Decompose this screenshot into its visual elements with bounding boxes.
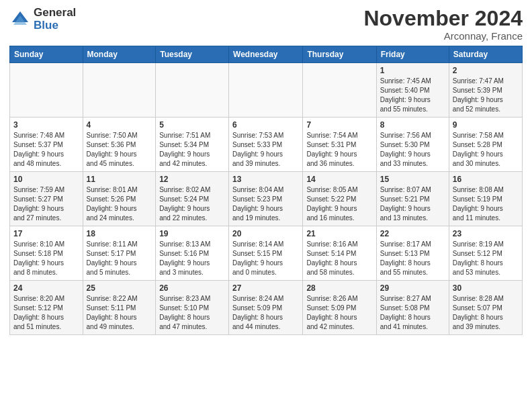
day-number: 17 bbox=[13, 229, 79, 238]
day-number: 9 bbox=[453, 120, 519, 130]
day-info: Sunrise: 8:17 AMSunset: 5:13 PMDaylight:… bbox=[380, 240, 445, 277]
day-info: Sunrise: 7:59 AMSunset: 5:27 PMDaylight:… bbox=[13, 185, 79, 223]
logo-icon bbox=[9, 9, 31, 30]
day-cell: 17Sunrise: 8:10 AMSunset: 5:18 PMDayligh… bbox=[10, 226, 83, 281]
day-info: Sunrise: 7:47 AMSunset: 5:39 PMDaylight:… bbox=[453, 77, 519, 114]
day-cell bbox=[83, 63, 156, 118]
day-number: 29 bbox=[380, 283, 445, 293]
day-number: 24 bbox=[13, 283, 79, 293]
day-cell: 20Sunrise: 8:14 AMSunset: 5:15 PMDayligh… bbox=[229, 226, 303, 281]
day-cell: 30Sunrise: 8:28 AMSunset: 5:07 PMDayligh… bbox=[449, 281, 522, 335]
day-cell: 26Sunrise: 8:23 AMSunset: 5:10 PMDayligh… bbox=[156, 281, 229, 335]
week-row-3: 10Sunrise: 7:59 AMSunset: 5:27 PMDayligh… bbox=[10, 172, 523, 226]
day-info: Sunrise: 7:56 AMSunset: 5:30 PMDaylight:… bbox=[380, 131, 445, 169]
day-cell: 16Sunrise: 8:08 AMSunset: 5:19 PMDayligh… bbox=[449, 172, 522, 226]
day-number: 8 bbox=[380, 120, 445, 130]
day-info: Sunrise: 7:48 AMSunset: 5:37 PMDaylight:… bbox=[13, 131, 79, 169]
weekday-thursday: Thursday bbox=[303, 46, 376, 63]
weekday-tuesday: Tuesday bbox=[156, 46, 229, 63]
calendar-page: General Blue November 2024 Arconnay, Fra… bbox=[0, 0, 532, 411]
day-cell bbox=[156, 63, 229, 118]
day-cell: 8Sunrise: 7:56 AMSunset: 5:30 PMDaylight… bbox=[376, 118, 449, 172]
logo-text: General Blue bbox=[34, 7, 76, 32]
day-number: 28 bbox=[306, 283, 372, 293]
header: General Blue November 2024 Arconnay, Fra… bbox=[9, 7, 523, 42]
day-cell: 25Sunrise: 8:22 AMSunset: 5:11 PMDayligh… bbox=[83, 281, 156, 335]
day-info: Sunrise: 7:45 AMSunset: 5:40 PMDaylight:… bbox=[380, 77, 445, 114]
day-number: 11 bbox=[87, 175, 152, 184]
day-info: Sunrise: 8:04 AMSunset: 5:23 PMDaylight:… bbox=[232, 185, 299, 223]
title-block: November 2024 Arconnay, France bbox=[363, 7, 523, 42]
day-number: 5 bbox=[159, 120, 225, 130]
day-cell: 29Sunrise: 8:27 AMSunset: 5:08 PMDayligh… bbox=[376, 281, 449, 335]
day-cell: 15Sunrise: 8:07 AMSunset: 5:21 PMDayligh… bbox=[376, 172, 449, 226]
day-number: 2 bbox=[453, 66, 519, 75]
day-cell: 4Sunrise: 7:50 AMSunset: 5:36 PMDaylight… bbox=[83, 118, 156, 172]
day-number: 20 bbox=[232, 229, 299, 238]
day-cell: 22Sunrise: 8:17 AMSunset: 5:13 PMDayligh… bbox=[376, 226, 449, 281]
logo: General Blue bbox=[9, 7, 76, 32]
weekday-saturday: Saturday bbox=[449, 46, 522, 63]
week-row-4: 17Sunrise: 8:10 AMSunset: 5:18 PMDayligh… bbox=[10, 226, 523, 281]
day-info: Sunrise: 8:11 AMSunset: 5:17 PMDaylight:… bbox=[87, 240, 152, 277]
day-cell: 3Sunrise: 7:48 AMSunset: 5:37 PMDaylight… bbox=[10, 118, 83, 172]
day-number: 19 bbox=[159, 229, 225, 238]
day-cell: 24Sunrise: 8:20 AMSunset: 5:12 PMDayligh… bbox=[10, 281, 83, 335]
week-row-2: 3Sunrise: 7:48 AMSunset: 5:37 PMDaylight… bbox=[10, 118, 523, 172]
day-info: Sunrise: 7:53 AMSunset: 5:33 PMDaylight:… bbox=[232, 131, 299, 169]
day-info: Sunrise: 8:28 AMSunset: 5:07 PMDaylight:… bbox=[453, 294, 519, 332]
day-cell bbox=[10, 63, 83, 118]
day-number: 4 bbox=[87, 120, 152, 130]
weekday-sunday: Sunday bbox=[10, 46, 83, 63]
day-cell: 5Sunrise: 7:51 AMSunset: 5:34 PMDaylight… bbox=[156, 118, 229, 172]
day-cell: 6Sunrise: 7:53 AMSunset: 5:33 PMDaylight… bbox=[229, 118, 303, 172]
day-number: 30 bbox=[453, 283, 519, 293]
day-info: Sunrise: 8:27 AMSunset: 5:08 PMDaylight:… bbox=[380, 294, 445, 332]
day-number: 26 bbox=[159, 283, 225, 293]
day-info: Sunrise: 8:24 AMSunset: 5:09 PMDaylight:… bbox=[232, 294, 299, 332]
location: Arconnay, France bbox=[363, 30, 523, 42]
day-info: Sunrise: 8:14 AMSunset: 5:15 PMDaylight:… bbox=[232, 240, 299, 277]
day-info: Sunrise: 8:26 AMSunset: 5:09 PMDaylight:… bbox=[306, 294, 372, 332]
day-number: 21 bbox=[306, 229, 372, 238]
day-info: Sunrise: 8:19 AMSunset: 5:12 PMDaylight:… bbox=[453, 240, 519, 277]
day-info: Sunrise: 8:23 AMSunset: 5:10 PMDaylight:… bbox=[159, 294, 225, 332]
day-cell: 13Sunrise: 8:04 AMSunset: 5:23 PMDayligh… bbox=[229, 172, 303, 226]
day-cell: 7Sunrise: 7:54 AMSunset: 5:31 PMDaylight… bbox=[303, 118, 376, 172]
day-info: Sunrise: 8:16 AMSunset: 5:14 PMDaylight:… bbox=[306, 240, 372, 277]
week-row-1: 1Sunrise: 7:45 AMSunset: 5:40 PMDaylight… bbox=[10, 63, 523, 118]
day-number: 16 bbox=[453, 175, 519, 184]
day-cell bbox=[229, 63, 303, 118]
day-number: 14 bbox=[306, 175, 372, 184]
logo-general: General bbox=[34, 7, 76, 19]
weekday-friday: Friday bbox=[376, 46, 449, 63]
day-cell: 1Sunrise: 7:45 AMSunset: 5:40 PMDaylight… bbox=[376, 63, 449, 118]
day-cell: 27Sunrise: 8:24 AMSunset: 5:09 PMDayligh… bbox=[229, 281, 303, 335]
day-number: 13 bbox=[232, 175, 299, 184]
day-number: 18 bbox=[87, 229, 152, 238]
calendar-table: SundayMondayTuesdayWednesdayThursdayFrid… bbox=[9, 46, 523, 335]
day-info: Sunrise: 8:10 AMSunset: 5:18 PMDaylight:… bbox=[13, 240, 79, 277]
week-row-5: 24Sunrise: 8:20 AMSunset: 5:12 PMDayligh… bbox=[10, 281, 523, 335]
day-info: Sunrise: 8:22 AMSunset: 5:11 PMDaylight:… bbox=[87, 294, 152, 332]
logo-blue: Blue bbox=[34, 19, 76, 32]
day-info: Sunrise: 8:13 AMSunset: 5:16 PMDaylight:… bbox=[159, 240, 225, 277]
day-cell: 10Sunrise: 7:59 AMSunset: 5:27 PMDayligh… bbox=[10, 172, 83, 226]
day-cell: 9Sunrise: 7:58 AMSunset: 5:28 PMDaylight… bbox=[449, 118, 522, 172]
day-info: Sunrise: 7:51 AMSunset: 5:34 PMDaylight:… bbox=[159, 131, 225, 169]
day-info: Sunrise: 7:58 AMSunset: 5:28 PMDaylight:… bbox=[453, 131, 519, 169]
day-info: Sunrise: 8:08 AMSunset: 5:19 PMDaylight:… bbox=[453, 185, 519, 223]
day-info: Sunrise: 8:07 AMSunset: 5:21 PMDaylight:… bbox=[380, 185, 445, 223]
day-cell: 21Sunrise: 8:16 AMSunset: 5:14 PMDayligh… bbox=[303, 226, 376, 281]
day-cell: 2Sunrise: 7:47 AMSunset: 5:39 PMDaylight… bbox=[449, 63, 522, 118]
day-number: 15 bbox=[380, 175, 445, 184]
day-cell: 28Sunrise: 8:26 AMSunset: 5:09 PMDayligh… bbox=[303, 281, 376, 335]
day-number: 7 bbox=[306, 120, 372, 130]
day-number: 6 bbox=[232, 120, 299, 130]
day-number: 10 bbox=[13, 175, 79, 184]
day-cell: 14Sunrise: 8:05 AMSunset: 5:22 PMDayligh… bbox=[303, 172, 376, 226]
day-number: 22 bbox=[380, 229, 445, 238]
day-cell: 18Sunrise: 8:11 AMSunset: 5:17 PMDayligh… bbox=[83, 226, 156, 281]
day-number: 3 bbox=[13, 120, 79, 130]
day-number: 1 bbox=[380, 66, 445, 75]
